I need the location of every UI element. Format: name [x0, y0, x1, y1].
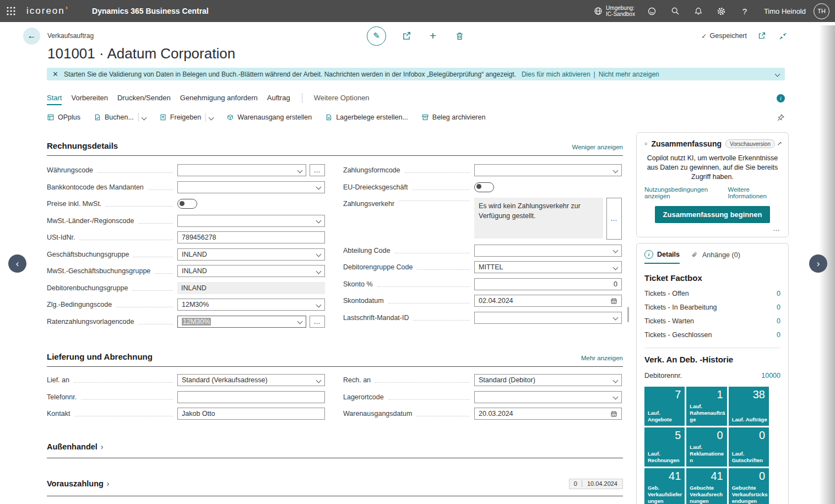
environment-label: Umgebung: [606, 5, 635, 11]
card-more-options-icon[interactable]: … [644, 224, 780, 232]
eu-dreiecksgeschaeft-toggle[interactable] [474, 182, 494, 192]
tile-lauf-angebote[interactable]: 7Lauf. Angebote [644, 387, 685, 426]
help-button[interactable]: ? [735, 0, 754, 22]
previous-record-button[interactable]: ‹ [8, 254, 26, 273]
zahlungsformcode-combobox[interactable] [474, 164, 622, 176]
ratenzahlungsvorlagencode-combobox[interactable]: 12M30% [177, 316, 306, 328]
environment-name: IC-Sandbox [606, 11, 635, 17]
more-info-link[interactable]: Weitere Informationen [728, 186, 781, 199]
tab-genehmigung-anfordern[interactable]: Genehmigung anfordern [180, 94, 258, 105]
tab-more-options[interactable]: Weitere Optionen [314, 94, 370, 105]
collapse-card-chevron-icon[interactable] [778, 142, 782, 145]
tile-gebuchte-verkaufsrechnungen[interactable]: 41Gebuchte Verkaufsrechnungen [686, 468, 726, 504]
new-record-button[interactable]: + [427, 30, 439, 42]
waehrungscode-combobox[interactable] [177, 164, 306, 176]
delete-button[interactable] [453, 30, 465, 42]
skonto-input[interactable]: 0 [474, 278, 622, 290]
tab-start[interactable]: Start [47, 94, 62, 105]
debitorengruppe-code-combobox[interactable]: MITTEL [474, 261, 622, 273]
show-more-link[interactable]: Mehr anzeigen [581, 355, 623, 361]
copilot-button[interactable] [643, 0, 662, 22]
kontakt-input[interactable]: Jakob Otto [177, 408, 325, 420]
user-avatar[interactable]: TH [814, 3, 829, 19]
mwst-geschaeftsbuchungsgruppe-combobox[interactable]: INLAND [177, 265, 325, 277]
tile-lauf-auftraege[interactable]: 38Lauf. Aufträge [729, 387, 769, 426]
rech-an-combobox[interactable]: Standard (Debitor) [474, 374, 622, 386]
lagerortcode-combobox[interactable] [474, 391, 622, 403]
app-launcher-waffle-icon[interactable] [0, 0, 22, 22]
tile-lauf-gutschriften[interactable]: 0Lauf. Gutschriften [729, 427, 769, 467]
ratenzahlung-assist-button[interactable]: … [310, 316, 325, 328]
tab-drucken-senden[interactable]: Drucken/Senden [117, 94, 171, 105]
zlg-bedingungscode-combobox[interactable]: 12M30% [177, 299, 325, 311]
breadcrumb[interactable]: Verkaufsauftrag [47, 32, 94, 40]
archivieren-button[interactable]: Beleg archivieren [421, 113, 486, 121]
tab-auftrag[interactable]: Auftrag [267, 94, 290, 105]
ustidnr-input[interactable]: 789456278 [177, 231, 325, 243]
skontodatum-input[interactable]: 02.04.2024 [474, 295, 622, 307]
waehrungscode-assist-button[interactable]: … [310, 164, 325, 176]
tab-anhaenge[interactable]: Anhänge (0) [691, 251, 740, 263]
field-debitorengruppe-code: Debitorengruppe Code MITTEL [343, 261, 622, 273]
tile-gebuchte-verkaufsruecksendungen[interactable]: 0Gebuchte Verkaufsrücksendungen [729, 468, 769, 504]
icoreon-logo[interactable]: icoreon › [26, 6, 68, 17]
geschaeftsbuchungsgruppe-combobox[interactable]: INLAND [177, 248, 325, 261]
collapse-view-button[interactable] [777, 30, 789, 42]
logo-text: icoreon [26, 6, 65, 17]
telefonnr-input[interactable] [177, 391, 325, 403]
field-eu-dreiecksgeschaeft: EU-Dreiecksgeschäft [343, 181, 622, 193]
ticket-count-link[interactable]: 0 [777, 331, 780, 339]
warenausgangsdatum-input[interactable]: 20.03.2024 [474, 408, 622, 420]
ticket-count-link[interactable]: 0 [777, 290, 780, 297]
banner-activate-link[interactable]: Dies für mich aktivieren [522, 71, 590, 78]
zahlungsverkehr-assist-button[interactable]: … [606, 198, 622, 240]
tile-lauf-reklamationen[interactable]: 0Lauf. Reklamationen [686, 427, 726, 467]
share-button[interactable] [400, 30, 413, 42]
tab-vorbereiten[interactable]: Vorbereiten [71, 94, 108, 105]
ticket-count-link[interactable]: 0 [777, 317, 780, 325]
lagerbelege-button[interactable]: Lagerbelege erstellen... [325, 113, 408, 121]
notifications-button[interactable] [689, 0, 708, 22]
show-less-link[interactable]: Weniger anzeigen [572, 144, 623, 150]
tile-lauf-rahmenauftraege[interactable]: 1Lauf. Rahmenaufträge [686, 387, 726, 426]
ticket-count-link[interactable]: 0 [777, 304, 780, 311]
section-vorauszahlung[interactable]: Vorauszahlung › 0 10.04.2024 [47, 479, 623, 496]
buchen-dropdown-icon[interactable] [141, 115, 147, 120]
tile-geb-verkaufslieferungen[interactable]: 41Geb. Verkaufslieferungen [644, 468, 685, 504]
content-scrollbar-thumb[interactable] [627, 307, 629, 322]
lief-an-combobox[interactable]: Standard (Verkaufsadresse) [177, 374, 325, 386]
field-lagerortcode: Lagerortcode [343, 391, 622, 403]
lastschrift-mandat-combobox[interactable] [474, 312, 622, 324]
abteilung-code-combobox[interactable] [474, 245, 622, 257]
freigeben-dropdown-icon[interactable] [209, 115, 214, 120]
buchen-button[interactable]: Buchen... [94, 113, 146, 122]
start-summary-button[interactable]: Zusammenfassung beginnen [655, 206, 771, 223]
pin-toolbar-icon[interactable] [777, 113, 785, 122]
environment-indicator[interactable]: Umgebung: IC-Sandbox [594, 5, 635, 17]
open-in-window-button[interactable] [756, 30, 768, 42]
edit-button[interactable]: ✎ [367, 26, 386, 46]
chevron-down-icon [316, 218, 322, 224]
dismiss-banner-icon[interactable]: ✕ [52, 70, 58, 78]
search-button[interactable] [666, 0, 685, 22]
bell-icon [694, 7, 703, 15]
banner-dismiss-link[interactable]: Nicht mehr anzeigen [599, 71, 659, 78]
banner-chevron-down-icon[interactable] [775, 72, 780, 77]
terms-link[interactable]: Nutzungsbedingungen anzeigen [644, 186, 722, 199]
freigeben-button[interactable]: Freigeben [159, 113, 213, 122]
tile-lauf-rechnungen[interactable]: 5Lauf. Rechnungen [644, 427, 685, 467]
mwst-regionscode-combobox[interactable] [177, 215, 325, 227]
section-aussenhandel[interactable]: Außenhandel › [47, 442, 623, 458]
tab-details[interactable]: i Details [644, 250, 680, 264]
preise-inkl-mwst-toggle[interactable] [177, 199, 197, 209]
info-icon[interactable]: i [777, 94, 785, 102]
next-record-button[interactable]: › [809, 254, 827, 273]
back-button[interactable]: ← [23, 28, 40, 45]
page-header: ← Verkaufsauftrag ✎ + ✓ Gespeichert [23, 26, 789, 45]
debitor-number-link[interactable]: 10000 [761, 372, 780, 380]
bankkontocode-combobox[interactable] [177, 181, 325, 193]
warenausgang-button[interactable]: Warenausgang erstellen [226, 113, 312, 121]
history-tiles: 7Lauf. Angebote 1Lauf. Rahmenaufträge 38… [644, 387, 769, 504]
settings-button[interactable] [712, 0, 731, 22]
opplus-button[interactable]: OPplus [47, 113, 80, 121]
